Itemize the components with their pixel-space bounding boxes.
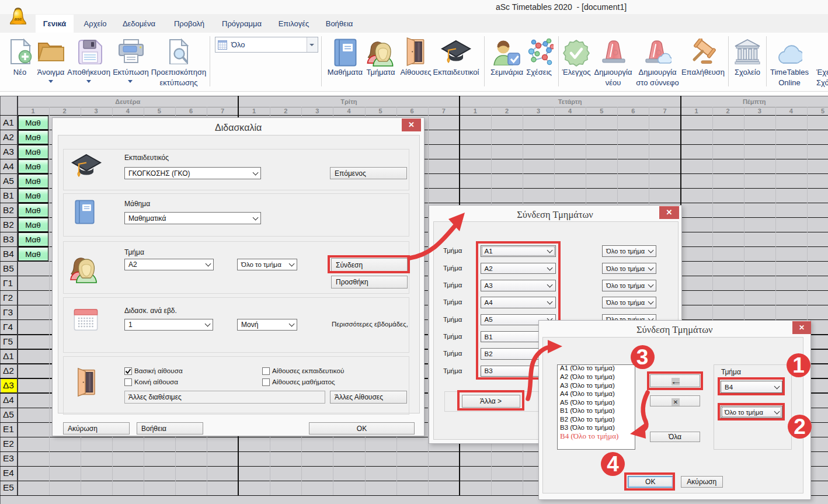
svg-text:asc: asc <box>15 16 22 22</box>
